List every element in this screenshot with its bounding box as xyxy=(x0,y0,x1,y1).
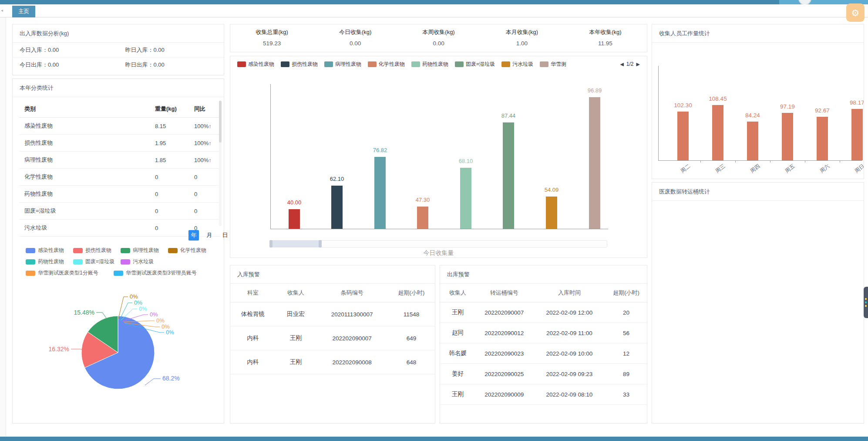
cell: 0 xyxy=(150,186,189,203)
cell: 0 xyxy=(150,203,189,220)
inout-item: 今日出库：0.00 xyxy=(13,61,118,69)
cell: 2022-02-09 08:10 xyxy=(533,384,606,405)
inout-value: 0.00 xyxy=(154,61,165,68)
inout-values: 今日入库：0.00昨日入库：0.00今日出库：0.00昨日出库：0.00 xyxy=(13,43,224,72)
header-row: 科室收集人条码编号超期(小时) xyxy=(230,284,435,302)
bar-value-label: 68.10 xyxy=(446,158,485,164)
period-option-月[interactable]: 月 xyxy=(204,230,215,241)
pie-legend-item[interactable]: 药物性废物 xyxy=(26,258,64,265)
thead: 收集人转运桶编号入库时间超期(小时) xyxy=(440,284,647,302)
stats-row: 收集总重(kg)519.23今日收集(kg)0.00本周收集(kg)0.00本月… xyxy=(230,24,647,52)
cell: 王刚 xyxy=(440,302,475,323)
cell: 8.15 xyxy=(150,118,189,135)
period-option-年[interactable]: 年 xyxy=(188,230,199,241)
legend-swatch xyxy=(26,271,35,276)
x-axis xyxy=(658,160,862,161)
datazoom-handle-right[interactable] xyxy=(319,240,322,248)
stat-label: 本年收集(kg) xyxy=(564,28,647,36)
legend-label: 感染性废物 xyxy=(38,247,64,254)
period-option-日[interactable]: 日 xyxy=(220,230,230,241)
cell: 0 xyxy=(150,220,189,237)
cell: 王刚 xyxy=(440,384,475,405)
bar-value-label: 87.44 xyxy=(489,112,528,119)
stat-label: 收集总重(kg) xyxy=(230,28,313,36)
tab-scroll-left-icon[interactable]: ◂ xyxy=(1,8,3,13)
legend-swatch xyxy=(26,259,35,265)
x-axis-label: 周日 xyxy=(834,163,864,179)
cell: 202202090012 xyxy=(475,323,533,343)
period-toggle: 年月日 xyxy=(188,230,230,241)
pie-zero-label: 0% xyxy=(134,299,142,306)
inout-label: 昨日出库： xyxy=(125,61,154,68)
pie-zero-label: 0% xyxy=(150,311,158,318)
tab-home[interactable]: 主页 xyxy=(12,6,35,17)
settings-button[interactable]: ⚙ xyxy=(846,3,865,22)
datazoom-window[interactable] xyxy=(270,241,321,247)
cell: 33 xyxy=(606,384,647,405)
legend-label: 污水垃圾 xyxy=(133,258,154,265)
x-axis-label: 周四 xyxy=(730,163,762,179)
bar xyxy=(817,117,828,160)
pie-legend-item[interactable]: 污水垃圾 xyxy=(121,258,154,265)
table-row: 病理性废物1.85100%↑ xyxy=(19,152,220,169)
legend-swatch xyxy=(121,248,130,253)
cell: 1.85 xyxy=(150,152,189,169)
table-row: 药物性废物00 xyxy=(19,186,220,203)
left-scrollbar[interactable] xyxy=(0,17,6,437)
header-cell: 条码编号 xyxy=(316,284,388,302)
legend-label: 损伤性废物 xyxy=(85,247,111,254)
workload-panel: 收集人员工作量统计 102.30周二108.45周三84.24周四97.19周五… xyxy=(652,24,864,179)
pie-legend-item[interactable]: 病理性废物 xyxy=(121,247,159,254)
header-cell: 入库时间 xyxy=(533,284,606,302)
pie-legend-item[interactable]: 化学性废物 xyxy=(168,247,206,254)
cell: 内科 xyxy=(230,350,275,374)
table-scrollbar[interactable] xyxy=(219,101,222,226)
pie-legend-item[interactable]: 华雪测试医废类型1分账号 xyxy=(26,269,98,277)
datazoom-slider[interactable] xyxy=(269,240,607,248)
datazoom-handle-left[interactable] xyxy=(269,240,273,248)
pie-legend-item[interactable]: 华雪测试医废类型3管理员账号 xyxy=(114,269,197,277)
stat-value: 519.23 xyxy=(230,40,313,47)
panel-title: 出入库数据分析(kg) xyxy=(13,24,224,43)
stat-item: 本年收集(kg)11.95 xyxy=(564,24,647,52)
pie-legend-item[interactable]: 损伤性废物 xyxy=(73,247,111,254)
cell: 202202090009 xyxy=(475,384,533,405)
bar xyxy=(289,209,300,229)
legend-label: 固废=湿垃圾 xyxy=(85,258,114,265)
inout-value: 0.00 xyxy=(48,61,59,68)
inout-item: 今日入库：0.00 xyxy=(13,46,118,54)
tbody: 王刚2022020900072022-02-09 12:0020赵同202202… xyxy=(440,302,647,405)
cell: 病理性废物 xyxy=(19,152,150,169)
cell: 化学性废物 xyxy=(19,169,150,186)
stat-label: 今日收集(kg) xyxy=(313,28,397,36)
stat-value: 0.00 xyxy=(313,40,397,47)
cell: 202202090008 xyxy=(316,350,388,374)
cell: 0 xyxy=(189,186,220,203)
pie-slice-label: 16.32% xyxy=(38,346,69,353)
pie-zero-label: 0% xyxy=(166,329,174,336)
table-row: 赵同2022020900122022-02-09 11:0056 xyxy=(440,323,647,343)
stat-item: 今日收集(kg)0.00 xyxy=(313,24,397,52)
table-row: 感染性废物8.15100%↑ xyxy=(19,118,220,135)
pie-legend-item[interactable]: 固废=湿垃圾 xyxy=(73,258,114,265)
cell: 药物性废物 xyxy=(19,186,150,203)
cell: 内科 xyxy=(230,326,275,350)
inout-value: 0.00 xyxy=(48,47,59,53)
cell: 649 xyxy=(388,326,435,350)
header-cell: 类别 xyxy=(19,101,150,118)
inbound-table: 科室收集人条码编号超期(小时)体检胃镜田业宏202011130000711548… xyxy=(230,284,435,374)
legend-label: 华雪测试医废类型3管理员账号 xyxy=(126,269,197,277)
workload-chart: 102.30周二108.45周三84.24周四97.19周五92.67周六98.… xyxy=(652,24,864,179)
bar-value-label: 108.45 xyxy=(698,95,737,102)
side-drawer-handle[interactable] xyxy=(864,287,868,318)
classification-table: 类别重量(kg)同比感染性废物8.15100%↑损伤性废物1.95100%↑病理… xyxy=(19,101,220,237)
bottom-bar xyxy=(0,437,868,441)
cell: 污水垃圾 xyxy=(19,220,150,237)
tbody: 感染性废物8.15100%↑损伤性废物1.95100%↑病理性废物1.85100… xyxy=(19,118,220,237)
bar xyxy=(503,122,514,229)
legend-swatch xyxy=(73,259,83,265)
pie-legend-item[interactable]: 感染性废物 xyxy=(26,247,64,254)
cell: 1.95 xyxy=(150,135,189,152)
cell: 0 xyxy=(189,169,220,186)
bar xyxy=(712,105,723,160)
